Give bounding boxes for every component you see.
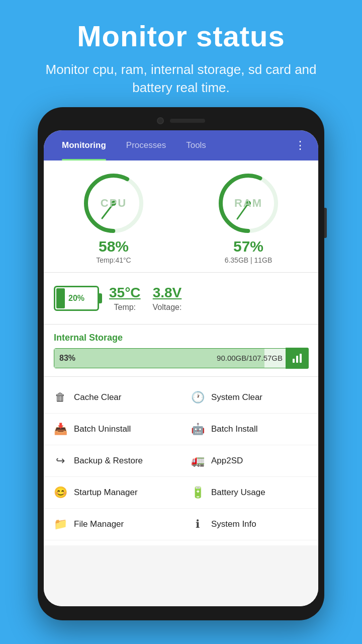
- hero-title: Monitor status: [30, 20, 332, 52]
- battery-usage-icon: 🔋: [191, 486, 204, 499]
- cpu-gauge: CPU 58% Temp:41°C: [49, 171, 178, 264]
- tab-tools[interactable]: Tools: [176, 130, 216, 160]
- phone-notch: [44, 113, 318, 128]
- battery-temp-stat: 35°C Temp:: [109, 285, 141, 312]
- tools-row-4: 😊 Startup Manager 🔋 Battery Usage: [44, 477, 318, 509]
- system-clear-icon: 🕐: [191, 391, 204, 404]
- tools-section: 🗑 Cache Clear 🕐 System Clear 📥 Batch Uni…: [44, 377, 318, 545]
- system-clear-label: System Clear: [211, 392, 262, 403]
- phone-speaker: [170, 119, 205, 123]
- svg-rect-9: [296, 356, 298, 363]
- tools-row-2: 📥 Batch Uninstall 🤖 Batch Install: [44, 414, 318, 445]
- tool-startup-manager[interactable]: 😊 Startup Manager: [44, 477, 181, 509]
- cpu-gauge-circle: CPU: [81, 171, 146, 236]
- app-content: CPU 58% Temp:41°C RAM: [44, 160, 318, 606]
- cache-clear-label: Cache Clear: [74, 392, 122, 403]
- file-manager-label: File Manager: [74, 519, 124, 529]
- battery-icon-container: 20%: [54, 286, 99, 311]
- storage-title: Internal Storage: [54, 333, 308, 343]
- tab-monitoring[interactable]: Monitoring: [52, 130, 116, 160]
- tab-processes[interactable]: Processes: [116, 130, 176, 160]
- ram-percent: 57%: [233, 238, 263, 255]
- cpu-temp: Temp:41°C: [96, 256, 131, 264]
- app2sd-icon: 🚛: [191, 454, 204, 467]
- batch-install-label: Batch Install: [211, 424, 258, 434]
- batch-install-icon: 🤖: [191, 423, 204, 436]
- tools-row-3: ↪ Backup & Restore 🚛 App2SD: [44, 445, 318, 477]
- tool-batch-uninstall[interactable]: 📥 Batch Uninstall: [44, 414, 181, 445]
- app-navbar: Monitoring Processes Tools ⋮: [44, 130, 318, 160]
- tool-system-info[interactable]: ℹ System Info: [181, 509, 318, 540]
- cpu-label: CPU: [101, 197, 127, 210]
- phone-frame: Monitoring Processes Tools ⋮: [38, 107, 324, 620]
- storage-bar-container: 83% 90.00GB/107.57GB: [54, 348, 308, 368]
- file-manager-icon: 📁: [54, 518, 67, 531]
- svg-rect-10: [300, 354, 302, 363]
- phone-screen: Monitoring Processes Tools ⋮: [44, 130, 318, 606]
- tools-row-5: 📁 File Manager ℹ System Info: [44, 509, 318, 540]
- startup-manager-label: Startup Manager: [74, 488, 138, 498]
- ram-detail: 6.35GB | 11GB: [225, 256, 273, 264]
- storage-size: 90.00GB/107.57GB: [217, 354, 283, 362]
- system-info-label: System Info: [211, 519, 256, 529]
- battery-visual: 20%: [54, 286, 99, 311]
- tool-backup-restore[interactable]: ↪ Backup & Restore: [44, 445, 181, 477]
- battery-stats: 35°C Temp: 3.8V Voltage:: [109, 285, 182, 312]
- cpu-percent: 58%: [99, 238, 129, 255]
- phone-side-button: [324, 208, 327, 238]
- svg-rect-8: [293, 359, 295, 363]
- battery-voltage-label: Voltage:: [153, 303, 182, 312]
- battery-temp-label: Temp:: [114, 303, 136, 312]
- battery-section: 20% 35°C Temp: 3.8V Voltage:: [44, 273, 318, 325]
- chart-bar-icon: [292, 353, 303, 364]
- tool-battery-usage[interactable]: 🔋 Battery Usage: [181, 477, 318, 509]
- tools-row-1: 🗑 Cache Clear 🕐 System Clear: [44, 382, 318, 414]
- storage-chart-button[interactable]: [286, 348, 309, 369]
- system-info-icon: ℹ: [191, 518, 204, 531]
- startup-manager-icon: 😊: [54, 486, 67, 499]
- storage-percent: 83%: [59, 354, 75, 363]
- ram-label: RAM: [234, 197, 262, 210]
- hero-section: Monitor status Monitor cpu, ram, interna…: [0, 0, 362, 107]
- tool-system-clear[interactable]: 🕐 System Clear: [181, 382, 318, 414]
- battery-temp-value: 35°C: [109, 285, 141, 301]
- hero-subtitle: Monitor cpu, ram, internal storage, sd c…: [30, 60, 332, 97]
- storage-section: Internal Storage 83% 90.00GB/107.57GB: [44, 325, 318, 377]
- tool-app2sd[interactable]: 🚛 App2SD: [181, 445, 318, 477]
- tool-batch-install[interactable]: 🤖 Batch Install: [181, 414, 318, 445]
- gauges-section: CPU 58% Temp:41°C RAM: [44, 160, 318, 273]
- battery-fill: [56, 288, 65, 308]
- more-menu-button[interactable]: ⋮: [291, 135, 310, 156]
- ram-gauge: RAM 57% 6.35GB | 11GB: [184, 171, 313, 264]
- cache-clear-icon: 🗑: [54, 391, 67, 404]
- battery-voltage-value: 3.8V: [153, 285, 182, 301]
- app2sd-label: App2SD: [211, 456, 243, 466]
- battery-voltage-stat: 3.8V Voltage:: [153, 285, 182, 312]
- phone-camera: [157, 117, 164, 124]
- backup-restore-label: Backup & Restore: [74, 456, 143, 466]
- battery-usage-label: Battery Usage: [211, 488, 265, 498]
- tool-file-manager[interactable]: 📁 File Manager: [44, 509, 181, 540]
- tool-cache-clear[interactable]: 🗑 Cache Clear: [44, 382, 181, 414]
- backup-restore-icon: ↪: [54, 454, 67, 467]
- batch-uninstall-label: Batch Uninstall: [74, 424, 131, 434]
- battery-percent: 20%: [68, 294, 84, 303]
- ram-gauge-circle: RAM: [216, 171, 281, 236]
- batch-uninstall-icon: 📥: [54, 423, 67, 436]
